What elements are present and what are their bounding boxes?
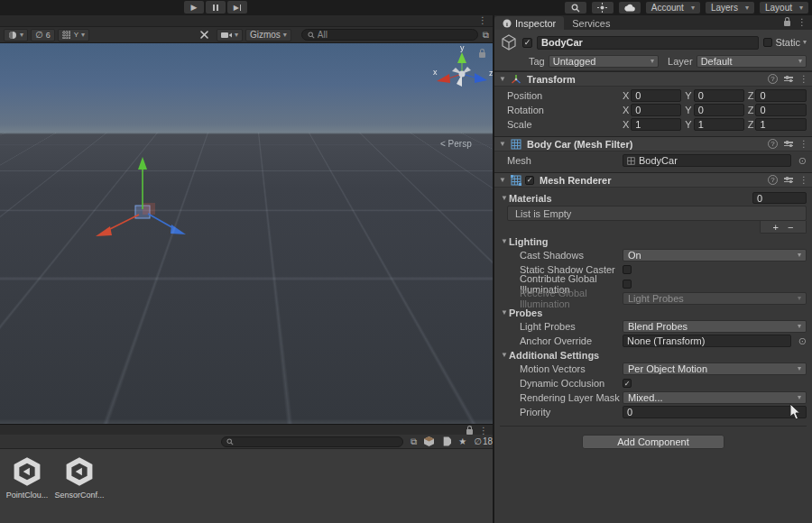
foldout-icon[interactable]: ▼ xyxy=(498,75,507,83)
dynamic-occlusion-checkbox[interactable]: ✓ xyxy=(623,379,632,388)
draw-mode-dropdown[interactable]: ▾ xyxy=(4,29,28,41)
light-probes-label: Light Probes xyxy=(500,321,623,332)
contribute-gi-checkbox[interactable] xyxy=(623,280,632,289)
kebab-icon[interactable]: ⋮ xyxy=(799,75,808,84)
scale-x-field[interactable]: 1 xyxy=(631,118,681,131)
add-component-button[interactable]: Add Component xyxy=(582,435,724,449)
play-button[interactable]: ▶ xyxy=(184,1,204,14)
additional-settings-title: Additional Settings xyxy=(509,350,599,361)
project-lock-icon[interactable] xyxy=(466,426,473,436)
label-filter-icon[interactable] xyxy=(441,436,451,446)
chevron-down-icon: ▾ xyxy=(691,5,695,12)
position-y-field[interactable]: 0 xyxy=(694,89,744,102)
mesh-object-field[interactable]: BodyCar xyxy=(623,154,791,167)
search-everywhere-button[interactable] xyxy=(565,2,586,14)
maximize-icon[interactable]: ⧉ xyxy=(483,30,489,41)
y-axis-label: Y xyxy=(685,90,691,101)
mesh-renderer-enabled-checkbox[interactable]: ✓ xyxy=(525,176,534,185)
object-picker-icon[interactable]: ⊙ xyxy=(798,155,807,167)
scene-search-field[interactable] xyxy=(301,29,478,41)
project-search-field[interactable] xyxy=(221,436,403,447)
scale-z-field[interactable]: 1 xyxy=(755,118,807,131)
cube-icon[interactable] xyxy=(500,33,518,51)
object-picker-icon[interactable]: ⊙ xyxy=(798,335,807,347)
perspective-label[interactable]: < Persp xyxy=(440,139,472,149)
layers-dropdown[interactable]: Layers ▾ xyxy=(706,2,754,14)
rendering-layer-mask-row: Rendering Layer Mask Mixed...▾ xyxy=(500,391,807,404)
anchor-override-field[interactable]: None (Transform) xyxy=(623,335,791,347)
foldout-icon[interactable]: ▼ xyxy=(498,140,507,148)
package-filter-icon[interactable] xyxy=(424,436,434,446)
scale-y-field[interactable]: 1 xyxy=(694,118,744,131)
mesh-filter-header[interactable]: ▼ Body Car (Mesh Filter) ? ⋮ xyxy=(494,136,812,151)
tab-label: Services xyxy=(572,18,610,29)
help-icon[interactable]: ? xyxy=(768,139,778,149)
priority-field[interactable]: 0 xyxy=(623,406,807,418)
move-gizmo[interactable] xyxy=(83,153,209,252)
favorites-star-icon[interactable]: ★ xyxy=(458,436,466,446)
project-menu-kebab-icon[interactable]: ⋮ xyxy=(479,427,488,436)
open-search-window-icon[interactable]: ⧉ xyxy=(411,436,417,447)
kebab-icon[interactable]: ⋮ xyxy=(799,140,808,149)
rotation-x-field[interactable]: 0 xyxy=(631,104,681,116)
scene-tools-button[interactable] xyxy=(195,29,214,41)
tag-dropdown[interactable]: Untagged ▾ xyxy=(549,55,659,68)
inspector-lock-icon[interactable] xyxy=(784,17,790,28)
tab-inspector[interactable]: i Inspector xyxy=(494,16,564,30)
tab-services[interactable]: Services xyxy=(564,16,618,30)
step-button[interactable]: ▶ xyxy=(227,1,247,14)
foldout-icon[interactable]: ▼ xyxy=(498,176,507,184)
scene-search-input[interactable] xyxy=(318,30,472,40)
camera-icon xyxy=(221,32,232,39)
materials-count-field[interactable]: 0 xyxy=(752,192,807,204)
layer-dropdown[interactable]: Default ▾ xyxy=(697,55,807,68)
pause-button[interactable] xyxy=(206,1,226,14)
cloud-services-button[interactable] xyxy=(619,2,641,14)
gizmos-dropdown[interactable]: Gizmos ▾ xyxy=(245,29,291,41)
asset-item[interactable]: SensorConf... xyxy=(56,454,103,500)
materials-list-footer: + − xyxy=(760,221,807,234)
additional-settings-foldout[interactable]: ▼ Additional Settings xyxy=(500,349,807,361)
light-probes-dropdown[interactable]: Blend Probes▾ xyxy=(623,320,807,333)
account-dropdown[interactable]: Account ▾ xyxy=(646,2,700,14)
presets-icon[interactable] xyxy=(784,142,793,146)
scene-grid-plane xyxy=(0,43,493,133)
rotation-y-field[interactable]: 0 xyxy=(694,104,744,116)
hidden-assets-toggle[interactable]: ∅ 18 xyxy=(474,436,493,446)
rendering-layer-mask-dropdown[interactable]: Mixed...▾ xyxy=(623,391,807,404)
static-checkbox[interactable] xyxy=(763,38,772,47)
progress-activity-button[interactable] xyxy=(592,2,614,14)
project-search-input[interactable] xyxy=(236,436,398,446)
position-z-field[interactable]: 0 xyxy=(755,89,807,102)
presets-icon[interactable] xyxy=(784,178,793,182)
static-shadow-caster-checkbox[interactable] xyxy=(623,265,632,274)
cast-shadows-dropdown[interactable]: On▾ xyxy=(623,249,807,262)
rotation-z-field[interactable]: 0 xyxy=(755,104,807,116)
hidden-objects-toggle[interactable]: ∅ 6 xyxy=(31,29,55,41)
help-icon[interactable]: ? xyxy=(768,74,778,84)
grid-visibility-dropdown[interactable]: Y ▾ xyxy=(58,29,89,41)
remove-material-button[interactable]: − xyxy=(788,222,793,233)
scene-camera-dropdown[interactable]: ▾ xyxy=(217,29,243,41)
lighting-foldout[interactable]: ▼ Lighting xyxy=(500,235,807,247)
transform-header[interactable]: ▼ Transform ? ⋮ xyxy=(494,71,812,87)
help-icon[interactable]: ? xyxy=(768,175,778,185)
gameobject-active-checkbox[interactable]: ✓ xyxy=(522,38,532,48)
chevron-down-icon: ▾ xyxy=(798,58,802,65)
kebab-icon[interactable]: ⋮ xyxy=(799,176,808,185)
static-dropdown-icon[interactable]: ▾ xyxy=(803,39,807,46)
asset-item[interactable]: PointClou... xyxy=(4,454,51,500)
svg-text:z: z xyxy=(489,69,493,78)
position-x-field[interactable]: 0 xyxy=(631,89,681,102)
gameobject-name-field[interactable]: BodyCar xyxy=(537,36,759,50)
mesh-renderer-header[interactable]: ▼ ✓ Mesh Renderer ? ⋮ xyxy=(494,172,812,188)
chevron-down-icon: ▾ xyxy=(798,252,801,259)
materials-foldout[interactable]: ▼ Materials 0 xyxy=(500,192,807,204)
scene-menu-kebab-icon[interactable]: ⋮ xyxy=(478,16,487,25)
motion-vectors-dropdown[interactable]: Per Object Motion▾ xyxy=(623,362,807,375)
layout-dropdown[interactable]: Layout ▾ xyxy=(760,2,808,14)
presets-icon[interactable] xyxy=(784,77,793,81)
inspector-menu-kebab-icon[interactable]: ⋮ xyxy=(798,18,807,27)
add-material-button[interactable]: + xyxy=(773,222,779,233)
scene-viewport[interactable]: y x z < Persp xyxy=(0,43,493,424)
